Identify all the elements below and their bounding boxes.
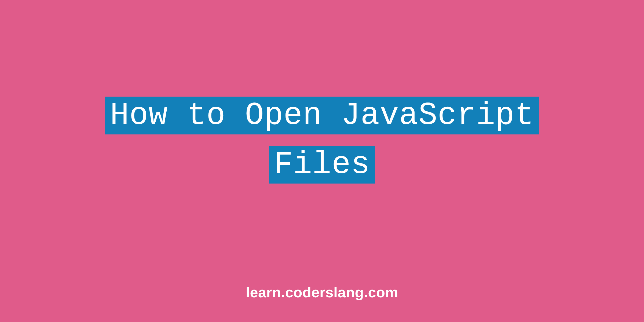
page-title: How to Open JavaScript Files: [105, 91, 539, 189]
title-line-2: Files: [269, 146, 375, 184]
title-line-1: How to Open JavaScript: [105, 97, 539, 134]
footer-site-label: learn.coderslang.com: [246, 284, 398, 301]
